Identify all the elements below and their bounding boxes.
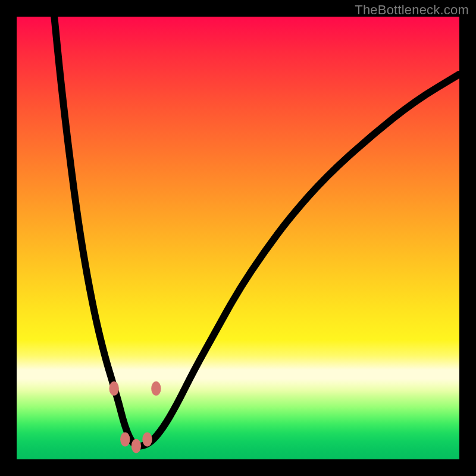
- plot-area: [17, 17, 459, 459]
- chart-frame: TheBottleneck.com: [0, 0, 476, 476]
- curve-marker: [109, 381, 118, 396]
- curve-marker: [120, 433, 130, 447]
- watermark-text: TheBottleneck.com: [355, 2, 469, 18]
- curve-marker: [142, 433, 152, 447]
- chart-svg: [17, 17, 459, 459]
- curve-marker: [151, 381, 161, 396]
- curve-marker: [131, 439, 141, 453]
